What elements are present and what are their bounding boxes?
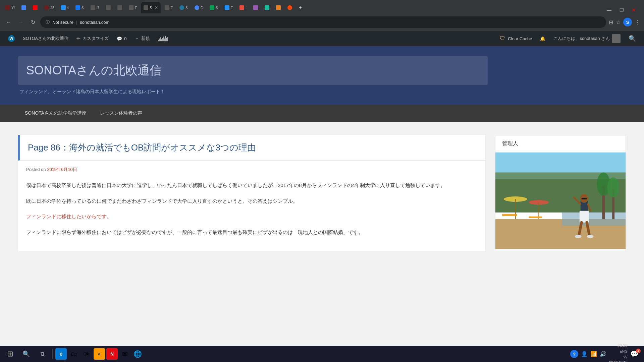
back-button[interactable]: ← [4,17,13,27]
clock-label: ENG [609,349,628,354]
notification-area[interactable]: 💬 4 [630,350,639,358]
taskbar-store-icon[interactable]: 🛍 [81,348,92,360]
taskbar-chrome-icon[interactable]: 🌐 [132,348,143,360]
article-title: Page 86：海外の就活でもOB訪問がオススメな3つの理由 [28,142,477,154]
taskbar-edge-icon[interactable]: e [55,348,67,360]
tab-r[interactable] [285,2,295,13]
site-header: SONOTAさんの北欧通信 フィンランド、オーランド諸島の日本人留学生による現地… [0,46,644,105]
wp-customize-item[interactable]: ✏ カスタマイズ [72,31,113,46]
tab-yahoo[interactable]: Y! [3,2,17,13]
tab-mago[interactable] [251,2,261,13]
forward-button[interactable]: → [16,17,25,27]
wp-site-name: SOTOAさんの北欧通信 [23,36,68,42]
taskbar: ⊞ 🔍 ⧉ e 🗂 🛍 a N ✉ 🌐 ? 👤 📶 🔊 20.39 ENG SV… [0,346,644,362]
tab-active[interactable]: S ✕ [141,2,161,13]
taskbar-netflix-icon[interactable]: N [106,348,118,360]
tab-img4[interactable]: F [126,2,140,13]
greeting-text: こんにちは、sonotasan さん [553,36,610,42]
wp-site-name-item[interactable]: SOTOAさんの北欧通信 [19,31,72,46]
wp-stats-item[interactable] [154,31,172,46]
tab-google[interactable] [19,2,29,13]
tab-wp[interactable]: S [177,2,191,13]
browser-frame: Y! 23 4 S I7 [0,0,644,46]
tab-c4[interactable]: 4 [58,2,72,13]
tab-gdrive[interactable]: S [207,2,221,13]
tab-blog[interactable] [273,2,283,13]
profile-avatar[interactable]: S [623,18,632,26]
not-secure-label: Not secure [52,20,73,25]
systray-volume-icon[interactable]: 🔊 [600,351,606,357]
site-tagline: フィンランド、オーランド諸島の日本人留学生による現地レポート！ [18,89,626,95]
tab-gc[interactable]: C [192,2,206,13]
tab-be[interactable]: E [222,2,236,13]
posted-on-label: Posted on [26,167,46,172]
article-para-3: フィンランドに移住したいからです。 [26,212,477,222]
site-nav: SONOTAさんの語学独学講座 レッスン体験者の声 [0,105,644,122]
svg-rect-10 [580,211,589,223]
taskbar-separator [52,349,53,359]
tab-new[interactable]: + [296,2,305,13]
menu-icon[interactable]: ⋮ [635,19,640,25]
wp-user-avatar [612,34,621,43]
widget-title: 管理人 [495,135,626,152]
maximize-button[interactable]: ❐ [617,7,627,13]
pencil-icon: ✏ [76,36,80,41]
url-separator: | [76,20,77,25]
wp-notifications-item[interactable]: 🔔 [536,31,549,46]
reload-button[interactable]: ↻ [28,17,38,27]
taskbar-amazon-icon[interactable]: a [94,348,105,360]
tab-excl[interactable]: ! [237,2,249,13]
tab-yt[interactable] [30,2,40,13]
tab-fb[interactable]: S [73,2,87,13]
wp-search-icon[interactable]: 🔍 [625,35,640,42]
systray-user-icon[interactable]: 👤 [581,351,588,357]
tab-v[interactable] [262,2,272,13]
task-view-button[interactable]: ⧉ [35,347,50,361]
svg-rect-19 [502,214,517,216]
systray-network-icon[interactable]: 📶 [590,351,597,357]
nav-item-lessons[interactable]: レッスン体験者の声 [93,105,149,122]
url-bar[interactable]: ⓘ Not secure | sonotasan.com [40,16,606,28]
tab-close-icon[interactable]: ✕ [155,5,158,10]
tab-y23[interactable]: 23 [42,2,57,13]
article-title-box: Page 86：海外の就活でもOB訪問がオススメな3つの理由 [18,135,485,161]
tab-img3[interactable] [115,2,125,13]
svg-point-24 [607,177,619,197]
stats-graph-icon [158,36,168,41]
clear-cache-label: Clear Cache [508,36,532,41]
wp-user-greeting[interactable]: こんにちは、sonotasan さん [549,31,625,46]
taskbar-files-icon[interactable]: 🗂 [68,348,79,360]
taskbar-mail-icon[interactable]: ✉ [119,348,130,360]
clear-cache-button[interactable]: 🛡 Clear Cache [496,31,536,46]
svg-rect-20 [529,217,542,218]
site-title-box: SONOTAさんの北欧通信 [18,56,488,85]
start-button[interactable]: ⊞ [3,347,17,361]
close-button[interactable]: ✕ [629,7,639,13]
article-body: 僕は日本で高校卒業した後は普通に日本の大学に進学し、いったん日本で就職してしばら… [18,178,485,246]
nav-item-courses[interactable]: SONOTAさんの語学独学講座 [18,105,93,122]
bookmark-icon[interactable]: ☆ [616,19,621,25]
tab-img1[interactable]: I7 [88,2,102,13]
wp-comments-item[interactable]: 💬 0 [113,31,130,46]
plus-icon: ＋ [135,36,139,42]
translate-icon[interactable]: ⊞ [609,19,613,25]
site-title: SONOTAさんの北欧通信 [26,62,480,79]
systray-help-icon[interactable]: ? [570,350,578,358]
article-para-2: 既に日本の学位を持っているのに何でまたわざわざフィンランドで大学に入り直すのかと… [26,196,477,206]
wp-logo-item[interactable]: W [4,31,19,46]
clock-date: 23/06/2019 [609,360,628,362]
tab-f2[interactable]: F [162,2,175,13]
svg-point-18 [587,235,594,238]
wp-new-label: 新規 [141,36,150,42]
sidebar-widget-admin: 管理人 [495,135,626,251]
wp-new-item[interactable]: ＋ 新規 [131,31,154,46]
svg-point-17 [575,235,582,238]
taskbar-clock[interactable]: 20.39 ENG SV 23/06/2019 [609,343,628,362]
tab-img2[interactable] [103,2,113,13]
search-button[interactable]: 🔍 [19,347,34,361]
article-meta: Posted on 2019年6月10日 [18,164,485,178]
clock-lang: 20.39 [609,343,628,349]
minimize-button[interactable]: — [604,7,614,13]
notification-count: 4 [636,349,641,353]
content-area: Page 86：海外の就活でもOB訪問がオススメな3つの理由 Posted on… [0,122,644,264]
